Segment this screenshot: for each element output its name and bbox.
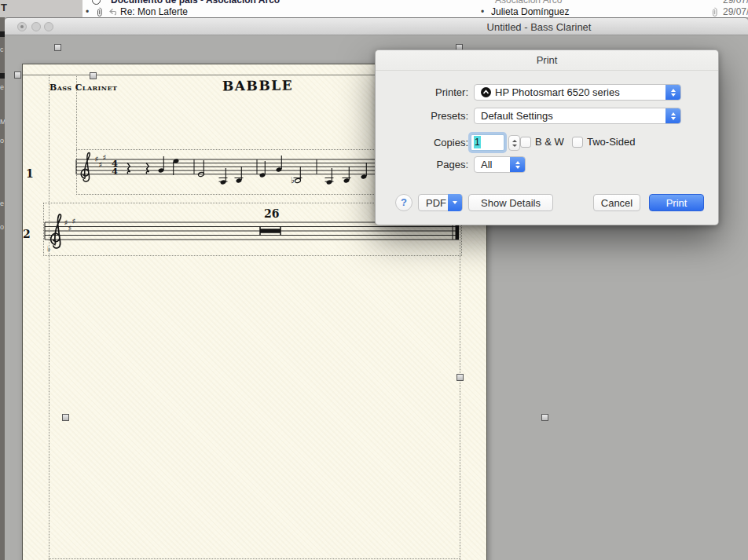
window-titlebar[interactable]: Untitled - Bass Clarinet — [5, 17, 748, 35]
mail-row[interactable]: Documento de país - Asociación Arco Asoc… — [82, 0, 748, 6]
unread-dot: • — [86, 6, 89, 17]
selection-handle[interactable] — [456, 374, 464, 381]
presets-popup[interactable]: Default Settings — [474, 108, 681, 124]
mail-subject: Documento de país - Asociación Arco — [111, 0, 280, 5]
bw-checkbox[interactable] — [520, 137, 531, 148]
piece-title-text[interactable]: BABBLE — [218, 77, 297, 93]
minimize-button[interactable] — [31, 22, 41, 31]
clipped-text-fragment: T — [1, 2, 7, 13]
print-dialog-title: Print — [376, 50, 718, 71]
pdf-chevron-icon — [448, 194, 462, 211]
clipped-text-fragment: c — [0, 46, 4, 53]
bw-checkbox-label: B & W — [535, 137, 564, 148]
two-sided-checkbox-label: Two-Sided — [587, 137, 635, 148]
pdf-menu-button[interactable]: PDF — [418, 194, 463, 211]
two-sided-checkbox[interactable] — [572, 137, 583, 148]
mail-date: 29/07/2 — [723, 0, 748, 5]
pages-popup[interactable]: All — [474, 156, 526, 173]
pages-value: All — [481, 159, 492, 170]
pages-label: Pages: — [376, 156, 468, 173]
show-details-button[interactable]: Show Details — [468, 194, 553, 211]
mail-subject: Re: Mon Laferte — [120, 6, 188, 17]
popup-arrows-icon — [666, 85, 680, 100]
close-button[interactable] — [17, 22, 27, 31]
paperclip-icon — [96, 7, 103, 17]
popup-arrows-icon — [666, 108, 680, 123]
copies-label: Copies: — [376, 134, 468, 151]
mail-sidebar-edge: T — [0, 0, 82, 17]
part-name-text[interactable]: Bass Clarinet — [50, 82, 117, 93]
clipped-text-fragment: o — [0, 137, 4, 145]
selection-handle[interactable] — [90, 72, 97, 79]
presets-label: Presets: — [376, 108, 468, 124]
selection-handle[interactable] — [14, 71, 21, 79]
unsaved-dot — [20, 25, 24, 28]
unread-dot: • — [481, 6, 484, 17]
print-button[interactable]: Print — [649, 194, 704, 211]
help-button[interactable]: ? — [395, 194, 412, 211]
copies-input[interactable]: 1 — [471, 134, 504, 151]
reply-arrow-icon — [108, 8, 117, 16]
printer-status-icon — [481, 87, 491, 97]
stepper-up-icon — [512, 140, 517, 142]
stepper-down-icon — [512, 145, 517, 147]
selection-handle[interactable] — [62, 414, 69, 421]
cancel-button[interactable]: Cancel — [593, 194, 640, 211]
printer-value: HP Photosmart 6520 series — [495, 86, 620, 98]
window-title: Untitled - Bass Clarinet — [429, 21, 649, 33]
popup-arrows-icon — [510, 157, 525, 172]
background-mail-window: T Documento de país - Asociación Arco As… — [0, 0, 748, 17]
mail-sender: Asociación Arco — [495, 0, 562, 5]
selection-handle[interactable] — [54, 44, 61, 51]
clipped-text-fragment: e — [0, 83, 4, 91]
pdf-label: PDF — [426, 197, 446, 209]
printer-popup[interactable]: HP Photosmart 6520 series — [474, 84, 681, 101]
clipped-text-fragment: e — [0, 199, 4, 207]
selection-handle[interactable] — [541, 414, 548, 421]
presets-value: Default Settings — [481, 110, 553, 122]
clipped-text-fragment: o — [0, 223, 4, 231]
zoom-button[interactable] — [44, 22, 53, 31]
print-dialog: Print Printer: HP Photosmart 6520 series… — [375, 49, 719, 225]
copies-stepper[interactable] — [508, 135, 520, 151]
mail-row[interactable]: • Re: Mon Laferte • Julieta Domínguez 29… — [82, 6, 748, 17]
mail-date: 29/07/2 — [723, 6, 748, 17]
paperclip-icon — [711, 7, 718, 17]
thread-icon — [92, 0, 101, 5]
mail-sender: Julieta Domínguez — [491, 6, 569, 17]
copies-value: 1 — [474, 136, 481, 148]
printer-label: Printer: — [376, 84, 468, 101]
